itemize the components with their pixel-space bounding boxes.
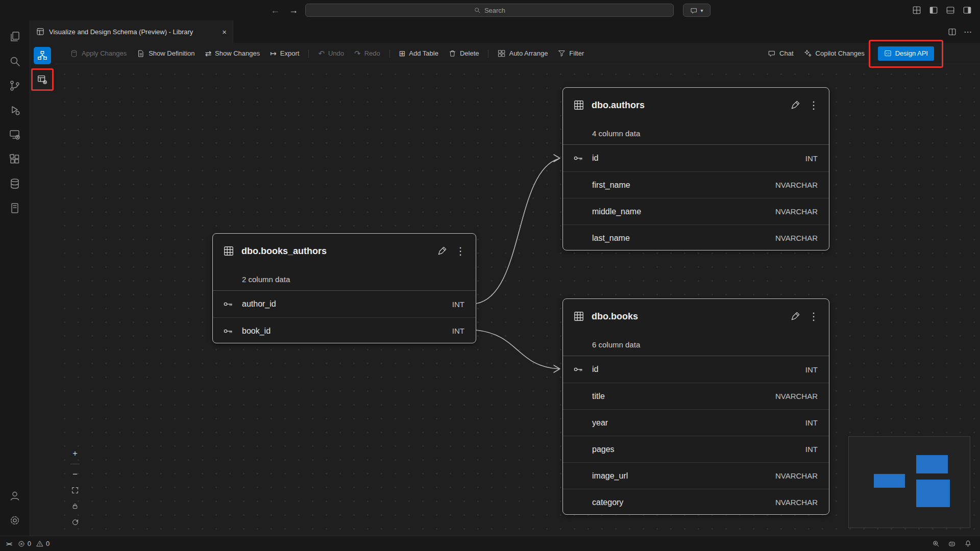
schema-canvas[interactable]: dbo.books_authors ⋮ 2 column data author…: [55, 64, 980, 536]
table-menu-icon[interactable]: ⋮: [454, 245, 467, 257]
show-changes-button[interactable]: ⇄ Show Changes: [200, 46, 265, 61]
history-nav: ← →: [271, 0, 298, 20]
table-node-books-authors[interactable]: dbo.books_authors ⋮ 2 column data author…: [212, 233, 476, 343]
table-name: dbo.books_authors: [241, 246, 327, 257]
toggle-secondary-sidebar-icon[interactable]: [963, 6, 972, 15]
table-header: dbo.authors ⋮: [563, 88, 829, 122]
edit-pencil-icon[interactable]: [790, 311, 800, 321]
problems-indicator[interactable]: 0 0: [18, 540, 50, 547]
tab-visualize-schema[interactable]: Visualize and Design Schema (Preview) - …: [30, 20, 233, 43]
schema-visualizer-button[interactable]: [34, 47, 51, 64]
apply-changes-label: Apply Changes: [82, 49, 127, 57]
history-back-icon[interactable]: ←: [271, 5, 280, 16]
account-icon[interactable]: [3, 484, 27, 508]
add-table-label: Add Table: [409, 49, 438, 57]
edit-pencil-icon[interactable]: [437, 246, 447, 256]
zoom-in-button[interactable]: +: [69, 448, 81, 459]
column-row[interactable]: last_nameNVARCHAR: [563, 224, 829, 251]
export-icon: ↦: [270, 49, 277, 57]
key-slot: [213, 326, 242, 336]
redo-button[interactable]: ↷ Redo: [349, 46, 385, 61]
edit-pencil-icon[interactable]: [790, 100, 800, 110]
add-table-button[interactable]: ⊞ Add Table: [394, 46, 444, 61]
export-button[interactable]: ↦ Export: [265, 46, 304, 61]
design-api-button[interactable]: Design API: [878, 46, 934, 61]
split-editor-icon[interactable]: [948, 28, 957, 36]
column-name: image_url: [592, 471, 628, 481]
customize-layout-icon[interactable]: [912, 6, 921, 15]
table-menu-icon[interactable]: ⋮: [807, 310, 820, 322]
filter-button[interactable]: Filter: [553, 46, 589, 61]
copilot-status-icon[interactable]: [948, 540, 956, 548]
redo-label: Redo: [364, 49, 380, 57]
error-icon: [18, 540, 25, 547]
zoom-out-button[interactable]: −: [69, 469, 81, 480]
database-projects-icon[interactable]: [3, 196, 27, 220]
command-center-search[interactable]: Search: [305, 4, 674, 17]
database-icon[interactable]: [3, 171, 27, 196]
column-name: title: [592, 392, 605, 401]
column-row[interactable]: titleNVARCHAR: [563, 383, 829, 409]
table-name: dbo.authors: [592, 100, 645, 111]
search-icon[interactable]: [3, 49, 27, 73]
zoom-status-icon[interactable]: [932, 540, 940, 547]
schema-designer-icon: [36, 28, 44, 36]
extensions-icon[interactable]: [3, 147, 27, 171]
column-row[interactable]: author_idINT: [213, 291, 476, 317]
column-row[interactable]: middle_nameNVARCHAR: [563, 198, 829, 224]
column-row[interactable]: book_idINT: [213, 317, 476, 343]
column-name: first_name: [592, 181, 630, 190]
primary-key-icon: [223, 326, 233, 336]
undo-label: Undo: [328, 49, 344, 57]
remote-explorer-icon[interactable]: [3, 122, 27, 147]
undo-button[interactable]: ↶ Undo: [313, 46, 349, 61]
notifications-bell-icon[interactable]: [964, 540, 972, 547]
status-bar: >< 0 0: [0, 536, 980, 551]
history-forward-icon[interactable]: →: [289, 5, 298, 16]
copilot-changes-button[interactable]: Copilot Changes: [799, 46, 870, 61]
show-definition-button[interactable]: Show Definition: [132, 46, 200, 61]
lock-button[interactable]: [69, 500, 81, 512]
table-icon: [573, 311, 584, 322]
toolbar-separator: [389, 49, 390, 58]
column-row[interactable]: pagesINT: [563, 436, 829, 462]
show-definition-label: Show Definition: [149, 49, 194, 57]
toggle-sidebar-icon[interactable]: [929, 6, 938, 15]
search-icon: [474, 7, 481, 14]
table-node-books[interactable]: dbo.books ⋮ 6 column data idINTtitleNVAR…: [562, 298, 829, 515]
column-type: INT: [805, 418, 818, 427]
remote-indicator-icon[interactable]: ><: [6, 541, 12, 547]
connector-books: [476, 330, 559, 369]
settings-gear-icon[interactable]: [3, 508, 27, 533]
apply-changes-button[interactable]: Apply Changes: [65, 46, 132, 61]
table-node-authors[interactable]: dbo.authors ⋮ 4 column data idINTfirst_n…: [562, 87, 829, 251]
table-menu-icon[interactable]: ⋮: [807, 99, 820, 111]
source-control-icon[interactable]: [3, 73, 27, 98]
fit-view-button[interactable]: [69, 485, 81, 496]
column-row[interactable]: yearINT: [563, 409, 829, 436]
chat-button[interactable]: Chat: [763, 46, 798, 61]
toggle-panel-icon[interactable]: [946, 6, 955, 15]
divider: [70, 464, 80, 464]
more-actions-icon[interactable]: ⋯: [964, 27, 972, 37]
column-row[interactable]: idINT: [563, 145, 829, 171]
minimap-node-books-authors: [874, 474, 905, 488]
column-row[interactable]: image_urlNVARCHAR: [563, 462, 829, 489]
explorer-icon[interactable]: [3, 24, 27, 49]
key-slot: [563, 153, 592, 163]
column-type: INT: [805, 445, 818, 454]
table-designer-button[interactable]: [34, 71, 51, 88]
minimap[interactable]: [848, 436, 970, 528]
copilot-menu-button[interactable]: ▾: [683, 4, 710, 17]
delete-button[interactable]: Delete: [444, 46, 484, 61]
reset-view-button[interactable]: [69, 516, 81, 528]
auto-arrange-button[interactable]: Auto Arrange: [493, 46, 553, 61]
run-debug-icon[interactable]: [3, 98, 27, 122]
layout-controls: [912, 6, 972, 15]
activity-bar: [0, 20, 30, 536]
tab-close-icon[interactable]: ×: [222, 28, 227, 36]
column-row[interactable]: idINT: [563, 356, 829, 383]
designer-rail: [30, 43, 55, 536]
column-row[interactable]: categoryNVARCHAR: [563, 489, 829, 515]
column-row[interactable]: first_nameNVARCHAR: [563, 171, 829, 198]
